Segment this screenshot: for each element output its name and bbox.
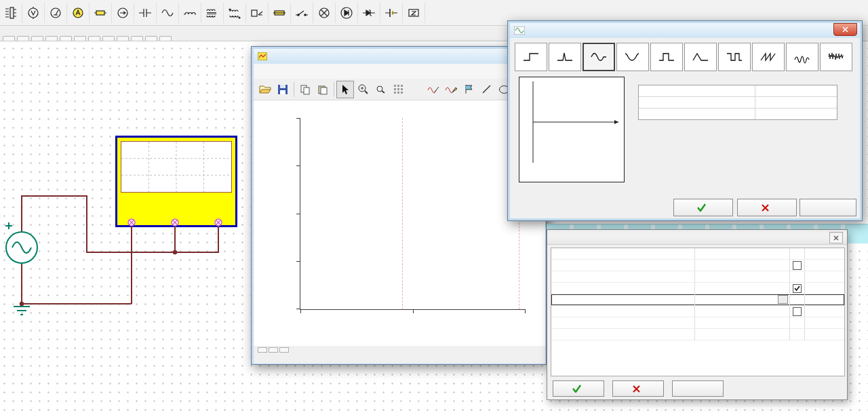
annotation-flag-icon[interactable] <box>460 81 477 98</box>
step-signal-button[interactable] <box>515 43 547 71</box>
tab-rf[interactable] <box>131 36 143 41</box>
close-icon[interactable] <box>829 232 843 243</box>
tab-logic-ics-mcus[interactable] <box>102 36 115 41</box>
switch-icon[interactable] <box>291 3 313 23</box>
tab-optoelectronic[interactable] <box>45 36 58 41</box>
property-row[interactable] <box>639 97 837 109</box>
zoom-in-icon[interactable] <box>354 81 372 98</box>
probe-curve-edit-icon[interactable] <box>442 81 460 98</box>
tab-result18[interactable] <box>279 347 289 353</box>
save-icon[interactable] <box>274 81 292 98</box>
help-button[interactable] <box>800 199 856 216</box>
zoom-100-icon[interactable] <box>372 81 389 98</box>
open-icon[interactable] <box>256 81 274 98</box>
property-value[interactable] <box>695 283 790 294</box>
transformer-icon[interactable] <box>201 3 224 23</box>
grid-icon[interactable] <box>389 81 407 98</box>
relay-icon[interactable] <box>246 3 269 23</box>
checkbox-unchecked[interactable] <box>793 261 802 270</box>
ok-button[interactable] <box>673 199 733 216</box>
tab-result17[interactable] <box>269 347 278 353</box>
checkbox-checked[interactable] <box>793 284 802 293</box>
plot-window-titlebar[interactable] <box>254 49 544 64</box>
voltmeter-icon[interactable] <box>22 3 45 23</box>
property-value[interactable] <box>695 260 790 271</box>
ellipsis-button[interactable] <box>778 295 788 304</box>
zener-icon[interactable] <box>358 3 380 23</box>
user-signal-button[interactable] <box>786 43 818 71</box>
paste-icon[interactable] <box>314 81 332 98</box>
pointer-tool-icon[interactable] <box>336 81 354 98</box>
close-button[interactable] <box>833 23 857 36</box>
coupled-coil-icon[interactable] <box>224 3 246 23</box>
oscilloscope-component[interactable] <box>115 136 237 227</box>
sine-source-icon[interactable] <box>157 3 179 23</box>
text-tool-icon[interactable] <box>407 81 425 98</box>
property-value[interactable] <box>695 306 790 317</box>
property-row-selected[interactable] <box>551 294 844 306</box>
lamp-icon[interactable] <box>313 3 336 23</box>
ok-button[interactable] <box>553 380 604 397</box>
tab-s-partial[interactable] <box>159 36 172 41</box>
plot-window[interactable] <box>251 46 547 365</box>
copy-icon[interactable] <box>296 81 314 98</box>
voltage-generator-symbol[interactable] <box>5 222 37 315</box>
voltage-generator-dialog[interactable] <box>547 229 848 400</box>
tab-meters[interactable] <box>3 36 15 41</box>
tab-analog-control[interactable] <box>145 36 157 41</box>
signal-meter-icon[interactable] <box>45 3 67 23</box>
signal-editor-dialog[interactable] <box>507 20 863 221</box>
current-generator-icon[interactable] <box>112 3 134 23</box>
property-value[interactable] <box>695 317 790 328</box>
line-tool-icon[interactable] <box>477 81 495 98</box>
sawtooth-signal-button[interactable] <box>752 43 785 71</box>
vg-dialog-titlebar[interactable] <box>547 230 847 245</box>
tab-ad-da-555[interactable] <box>117 36 129 41</box>
probe-curve-icon[interactable] <box>425 81 442 98</box>
triangle-pulse-signal-button[interactable] <box>684 43 717 71</box>
property-value[interactable] <box>695 329 790 340</box>
tab-sources[interactable] <box>17 36 29 41</box>
tab-semiconductors[interactable] <box>31 36 43 41</box>
ammeter-icon[interactable] <box>67 3 90 23</box>
property-row[interactable] <box>551 283 844 294</box>
property-row[interactable] <box>551 317 844 329</box>
square-wave-signal-button[interactable] <box>718 43 751 71</box>
tab-flip-flops[interactable] <box>88 36 100 41</box>
checkbox-unchecked[interactable] <box>793 307 802 316</box>
pulse-signal-button[interactable] <box>650 43 683 71</box>
capacitor-icon[interactable] <box>134 3 157 23</box>
help-button[interactable] <box>672 380 724 397</box>
plot-region[interactable] <box>300 118 526 310</box>
cursor-line[interactable] <box>402 118 403 309</box>
property-row[interactable] <box>551 248 844 260</box>
cosine-signal-button[interactable] <box>616 43 649 71</box>
property-row[interactable] <box>551 306 844 317</box>
diode-icon[interactable] <box>336 3 358 23</box>
menu-file[interactable] <box>254 70 266 73</box>
menu-edit[interactable] <box>266 70 278 73</box>
menu-process[interactable] <box>290 70 302 73</box>
property-row[interactable] <box>551 329 844 340</box>
property-value[interactable] <box>695 294 790 305</box>
noise-signal-button[interactable] <box>820 43 852 71</box>
cancel-button[interactable] <box>737 199 797 216</box>
tab-spice-macros[interactable] <box>60 36 72 41</box>
battery-icon[interactable] <box>90 3 112 23</box>
property-value[interactable] <box>695 271 790 282</box>
property-row[interactable] <box>639 85 837 97</box>
menu-view[interactable] <box>278 70 290 73</box>
impedance-icon[interactable] <box>403 3 425 23</box>
tab-gates[interactable] <box>74 36 86 41</box>
menu-help[interactable] <box>302 70 315 73</box>
property-row[interactable] <box>551 260 844 271</box>
fuse-icon[interactable] <box>269 3 291 23</box>
impulse-signal-button[interactable] <box>549 43 581 71</box>
property-value[interactable] <box>695 248 790 259</box>
property-row[interactable] <box>551 271 844 283</box>
property-row[interactable] <box>639 109 837 119</box>
inductor-icon[interactable] <box>179 3 201 23</box>
cancel-button[interactable] <box>612 380 664 397</box>
tab-result16[interactable] <box>258 347 267 353</box>
signal-editor-titlebar[interactable] <box>510 23 860 38</box>
